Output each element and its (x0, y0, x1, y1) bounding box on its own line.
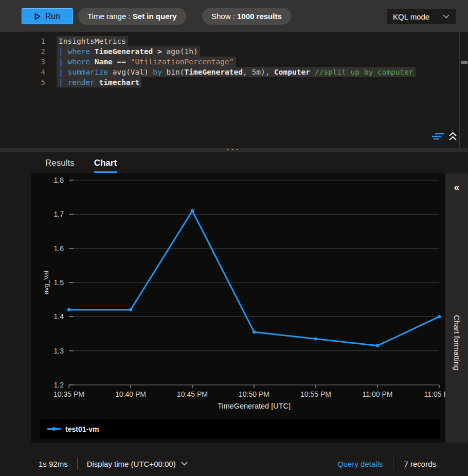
code-line[interactable]: 2| where TimeGenerated > ago(1h) (0, 46, 468, 57)
query-toolbar: Run Time range : Set in query Show : 100… (0, 0, 468, 32)
time-range-value: Set in query (133, 12, 177, 21)
collapse-editor-icon[interactable] (448, 132, 457, 141)
line-number: 1 (0, 36, 45, 46)
chart-formatting-label[interactable]: Chart formatting (453, 315, 461, 371)
svg-text:10:50 PM: 10:50 PM (239, 390, 269, 398)
time-range-pill[interactable]: Time range : Set in query (78, 8, 186, 25)
play-icon (34, 13, 41, 20)
data-point (438, 315, 441, 318)
legend-label[interactable]: test01-vm (65, 425, 99, 433)
tab-results[interactable]: Results (45, 158, 75, 173)
divider (393, 457, 393, 470)
code-line[interactable]: 5| render timechart (0, 77, 468, 87)
status-bar: 1s 92ms Display time (UTC+00:00) Query d… (0, 451, 468, 476)
editor-scrollbar[interactable] (459, 32, 468, 148)
svg-text:1.7: 1.7 (54, 210, 64, 218)
svg-text:11:00 PM: 11:00 PM (363, 390, 393, 398)
chart-formatting-panel: « Chart formatting (445, 173, 468, 443)
line-number: 3 (0, 57, 45, 67)
svg-text:10:40 PM: 10:40 PM (115, 390, 146, 398)
expand-panel-icon[interactable]: « (454, 182, 460, 193)
line-number: 2 (0, 46, 45, 57)
code-text: | summarize avg(Val) by bin(TimeGenerate… (57, 67, 416, 77)
query-duration: 1s 92ms (39, 460, 68, 468)
data-point (253, 330, 256, 333)
pane-splitter[interactable]: ••• (0, 148, 468, 152)
display-time-dropdown[interactable]: Display time (UTC+00:00) (87, 460, 188, 468)
chevron-down-icon (443, 14, 449, 19)
data-point (67, 308, 70, 311)
svg-text:1.3: 1.3 (54, 347, 64, 355)
show-results-pill[interactable]: Show : 1000 results (202, 8, 291, 25)
data-point (376, 344, 379, 347)
chart-panel: avg_Val 1.81.71.61.51.41.31.210:35 PM10:… (31, 173, 445, 443)
data-point (191, 209, 194, 213)
svg-text:1.2: 1.2 (54, 381, 64, 389)
time-range-label: Time range : (87, 12, 133, 21)
run-button[interactable]: Run (22, 8, 73, 24)
data-point (129, 308, 132, 311)
timechart-plot[interactable]: 1.81.71.61.51.41.31.210:35 PM10:40 PM10:… (31, 173, 445, 415)
svg-text:10:55 PM: 10:55 PM (300, 390, 331, 398)
svg-text:1.6: 1.6 (54, 244, 64, 253)
kql-mode-dropdown[interactable]: KQL mode (387, 9, 456, 24)
series-line (69, 211, 439, 346)
chevron-down-icon (181, 462, 188, 466)
x-axis-title: TimeGenerated [UTC] (69, 402, 439, 410)
code-text: | where TimeGenerated > ago(1h) (57, 46, 200, 57)
editor-scrollbar-thumb[interactable] (461, 61, 467, 64)
svg-text:1.4: 1.4 (54, 312, 64, 321)
code-text: | render timechart (57, 77, 141, 87)
tab-chart[interactable]: Chart (94, 158, 117, 173)
divider (77, 457, 78, 470)
show-label: Show : (211, 12, 237, 21)
code-line[interactable]: 4| summarize avg(Val) by bin(TimeGenerat… (0, 67, 468, 77)
line-number: 5 (0, 77, 45, 87)
display-time-label: Display time (UTC+00:00) (87, 460, 176, 468)
svg-text:11:05 PM: 11:05 PM (424, 390, 445, 398)
kql-mode-value: KQL mode (393, 12, 429, 21)
format-query-icon[interactable] (432, 132, 444, 140)
drag-handle-dots: ••• (227, 147, 241, 152)
y-axis-title: avg_Val (41, 180, 50, 385)
records-count: 7 records (404, 460, 436, 468)
svg-text:1.8: 1.8 (54, 176, 64, 184)
code-line[interactable]: 1InsightsMetrics (0, 36, 468, 46)
legend-marker (47, 427, 61, 431)
query-editor[interactable]: 1InsightsMetrics2| where TimeGenerated >… (0, 32, 468, 148)
svg-text:10:45 PM: 10:45 PM (177, 390, 208, 398)
result-tabs: Results Chart (0, 152, 468, 173)
data-point (314, 337, 317, 340)
chart-legend: test01-vm (40, 419, 440, 438)
code-text: | where Name == "UtilizationPercentage" (57, 57, 236, 67)
line-number: 4 (0, 67, 45, 77)
code-text: InsightsMetrics (57, 36, 128, 46)
query-details-link[interactable]: Query details (337, 460, 383, 468)
svg-text:1.5: 1.5 (54, 278, 64, 287)
show-value: 1000 results (237, 12, 282, 21)
code-line[interactable]: 3| where Name == "UtilizationPercentage" (0, 57, 468, 67)
svg-text:10:35 PM: 10:35 PM (53, 390, 84, 398)
run-button-label: Run (45, 12, 60, 21)
